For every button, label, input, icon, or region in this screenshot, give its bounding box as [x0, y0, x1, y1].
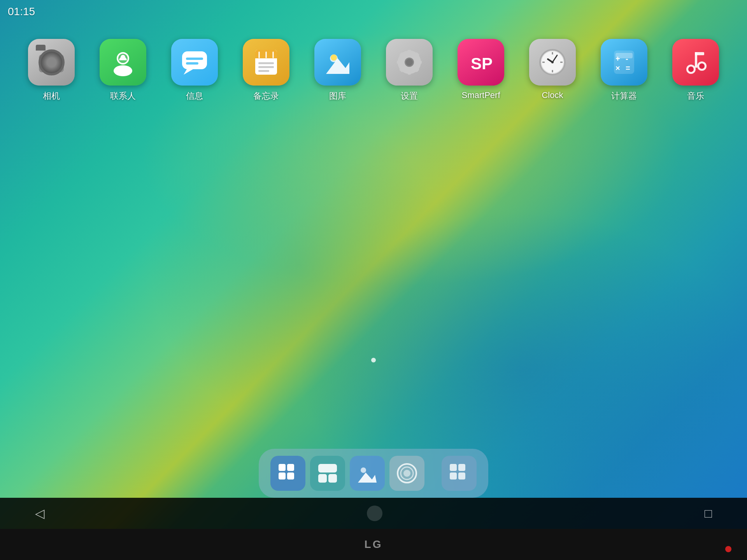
app-label-camera: 相机	[43, 90, 60, 102]
app-icon-contacts[interactable]: 联系人	[95, 39, 151, 102]
music-icon	[672, 39, 719, 86]
svg-rect-72	[450, 464, 457, 471]
dock-camera[interactable]	[389, 456, 424, 491]
app-icon-music[interactable]: 音乐	[668, 39, 724, 102]
svg-rect-11	[182, 51, 207, 69]
svg-rect-0	[39, 54, 64, 72]
app-icon-smartperf[interactable]: SP SmartPerf	[453, 39, 509, 100]
svg-text:×: ×	[615, 64, 620, 72]
app-icon-settings[interactable]: 设置	[381, 39, 437, 102]
app-label-messages: 信息	[186, 90, 203, 102]
svg-rect-31	[397, 61, 402, 64]
svg-point-3	[46, 58, 56, 68]
svg-rect-62	[279, 472, 286, 480]
svg-point-8	[114, 65, 132, 76]
app-icon-clock[interactable]: Clock	[524, 39, 580, 100]
messages-icon	[171, 39, 218, 86]
svg-rect-57	[695, 52, 704, 55]
app-label-smartperf: SmartPerf	[461, 90, 500, 100]
gallery-icon	[314, 39, 361, 86]
app-label-settings: 设置	[401, 90, 418, 102]
svg-point-59	[699, 63, 705, 69]
svg-point-71	[403, 470, 410, 477]
svg-point-4	[48, 60, 55, 67]
svg-rect-29	[408, 50, 411, 54]
svg-text:=: =	[626, 64, 630, 72]
svg-point-2	[44, 56, 58, 70]
svg-rect-64	[318, 464, 337, 472]
svg-rect-63	[287, 472, 294, 480]
nav-bar: ◁ □	[0, 498, 747, 529]
svg-point-10	[121, 55, 125, 60]
svg-rect-1	[47, 52, 56, 57]
status-bar: 01:15	[0, 0, 747, 23]
recent-apps-button[interactable]: □	[701, 502, 716, 525]
monitor-led	[725, 546, 731, 552]
dock-appstore[interactable]	[442, 456, 477, 491]
app-label-music: 音乐	[687, 90, 704, 102]
notes-icon	[243, 39, 289, 86]
app-label-clock: Clock	[542, 90, 563, 100]
app-icon-camera[interactable]: 相机	[23, 39, 79, 102]
dock-photos[interactable]	[350, 456, 385, 491]
app-icon-calculator[interactable]: + - × = 计算器	[596, 39, 652, 102]
app-label-gallery: 图库	[329, 90, 346, 102]
svg-rect-53	[615, 53, 633, 58]
back-button[interactable]: ◁	[31, 502, 49, 525]
screen: 01:15 相机	[0, 0, 747, 529]
camera-icon	[28, 39, 75, 86]
svg-point-5	[48, 60, 50, 62]
contacts-icon	[100, 39, 146, 86]
app-label-contacts: 联系人	[110, 90, 136, 102]
svg-rect-19	[258, 66, 274, 68]
svg-marker-25	[326, 58, 349, 74]
svg-point-6	[58, 55, 61, 58]
svg-marker-12	[184, 69, 193, 75]
smartperf-icon: SP	[458, 39, 504, 86]
svg-text:SP: SP	[471, 54, 493, 73]
clock-icon	[529, 39, 576, 86]
app-label-notes: 备忘录	[253, 90, 279, 102]
app-icon-gallery[interactable]: 图库	[310, 39, 366, 102]
svg-rect-13	[186, 58, 203, 60]
app-icon-notes[interactable]: 备忘录	[238, 39, 294, 102]
calculator-icon: + - × =	[601, 39, 647, 86]
svg-point-37	[406, 59, 413, 66]
svg-rect-66	[328, 474, 337, 483]
cursor-indicator	[367, 506, 382, 521]
monitor-bar: LG	[0, 529, 747, 560]
svg-rect-14	[186, 62, 198, 65]
svg-marker-68	[358, 472, 377, 483]
svg-rect-32	[417, 61, 422, 64]
app-grid: 相机 联系人	[0, 31, 747, 110]
svg-rect-73	[458, 464, 465, 471]
svg-point-58	[688, 66, 694, 72]
app-label-calculator: 计算器	[611, 90, 637, 102]
monitor-brand: LG	[365, 538, 383, 551]
svg-point-67	[361, 467, 366, 473]
app-icon-messages[interactable]: 信息	[167, 39, 223, 102]
svg-rect-30	[408, 70, 411, 75]
svg-rect-74	[450, 472, 457, 480]
settings-icon	[386, 39, 433, 86]
svg-rect-65	[318, 474, 327, 483]
dock-apps-grid[interactable]	[270, 456, 305, 491]
bottom-dock	[259, 449, 488, 498]
svg-rect-60	[279, 464, 286, 471]
svg-point-47	[551, 61, 554, 63]
svg-point-26	[331, 54, 337, 61]
svg-rect-75	[458, 472, 465, 480]
page-indicator	[371, 358, 376, 362]
time-display: 01:15	[8, 5, 35, 18]
svg-rect-20	[258, 70, 269, 72]
dock-widgets[interactable]	[310, 456, 345, 491]
svg-rect-18	[258, 62, 274, 64]
svg-rect-61	[287, 464, 294, 471]
